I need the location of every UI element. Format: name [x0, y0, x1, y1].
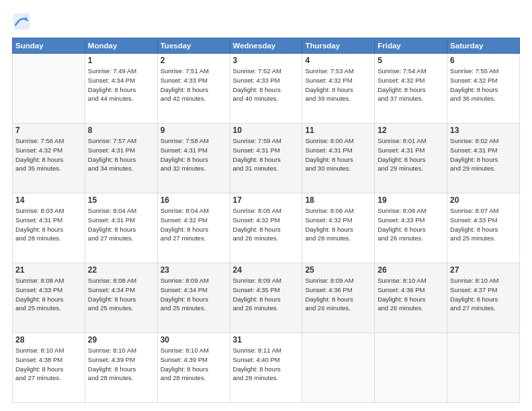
- day-info: Sunrise: 7:58 AM Sunset: 4:31 PM Dayligh…: [161, 136, 227, 173]
- day-info: Sunrise: 8:07 AM Sunset: 4:33 PM Dayligh…: [450, 206, 517, 243]
- day-number: 14: [15, 195, 82, 205]
- calendar-body: 1Sunrise: 7:49 AM Sunset: 4:34 PM Daylig…: [13, 54, 520, 403]
- day-number: 12: [378, 126, 444, 135]
- day-number: 31: [233, 335, 300, 345]
- day-number: 4: [305, 56, 371, 65]
- calendar-cell: 20Sunrise: 8:07 AM Sunset: 4:33 PM Dayli…: [447, 193, 520, 263]
- weekday-header-thursday: Thursday: [302, 38, 375, 54]
- day-number: 17: [233, 195, 300, 205]
- header: [12, 12, 520, 31]
- calendar-cell: 3Sunrise: 7:52 AM Sunset: 4:33 PM Daylig…: [230, 54, 302, 124]
- day-number: 8: [88, 126, 154, 135]
- calendar-cell: 26Sunrise: 8:10 AM Sunset: 4:36 PM Dayli…: [375, 263, 447, 333]
- day-number: 1: [88, 56, 154, 65]
- calendar-cell: 8Sunrise: 7:57 AM Sunset: 4:31 PM Daylig…: [85, 124, 157, 193]
- page: SundayMondayTuesdayWednesdayThursdayFrid…: [0, 0, 532, 411]
- calendar-week-row: 21Sunrise: 8:08 AM Sunset: 4:33 PM Dayli…: [13, 263, 520, 333]
- calendar-cell: 16Sunrise: 8:04 AM Sunset: 4:32 PM Dayli…: [157, 193, 230, 263]
- calendar-cell: 7Sunrise: 7:56 AM Sunset: 4:32 PM Daylig…: [13, 124, 85, 193]
- day-info: Sunrise: 8:10 AM Sunset: 4:37 PM Dayligh…: [450, 276, 517, 313]
- calendar-cell: 14Sunrise: 8:03 AM Sunset: 4:31 PM Dayli…: [13, 193, 85, 263]
- calendar-cell: 25Sunrise: 8:09 AM Sunset: 4:36 PM Dayli…: [302, 263, 375, 333]
- day-info: Sunrise: 8:09 AM Sunset: 4:35 PM Dayligh…: [233, 276, 300, 313]
- day-info: Sunrise: 7:55 AM Sunset: 4:32 PM Dayligh…: [450, 66, 517, 103]
- day-info: Sunrise: 8:02 AM Sunset: 4:31 PM Dayligh…: [450, 136, 517, 173]
- calendar-cell: 9Sunrise: 7:58 AM Sunset: 4:31 PM Daylig…: [157, 124, 230, 193]
- day-number: 13: [450, 126, 517, 135]
- weekday-header-friday: Friday: [375, 38, 447, 54]
- day-info: Sunrise: 7:53 AM Sunset: 4:32 PM Dayligh…: [305, 66, 371, 103]
- day-number: 23: [161, 265, 227, 275]
- day-info: Sunrise: 8:04 AM Sunset: 4:31 PM Dayligh…: [88, 206, 154, 243]
- calendar-cell: 27Sunrise: 8:10 AM Sunset: 4:37 PM Dayli…: [447, 263, 520, 333]
- calendar-cell: 11Sunrise: 8:00 AM Sunset: 4:31 PM Dayli…: [302, 124, 375, 193]
- day-info: Sunrise: 8:10 AM Sunset: 4:39 PM Dayligh…: [88, 346, 154, 383]
- day-info: Sunrise: 8:08 AM Sunset: 4:33 PM Dayligh…: [15, 276, 82, 313]
- day-number: 2: [161, 56, 227, 65]
- calendar-cell: 2Sunrise: 7:51 AM Sunset: 4:33 PM Daylig…: [157, 54, 230, 124]
- weekday-header-wednesday: Wednesday: [230, 38, 302, 54]
- day-number: 9: [161, 126, 227, 135]
- day-number: 30: [161, 335, 227, 345]
- day-number: 15: [88, 195, 154, 205]
- day-info: Sunrise: 8:03 AM Sunset: 4:31 PM Dayligh…: [15, 206, 82, 243]
- day-info: Sunrise: 8:06 AM Sunset: 4:32 PM Dayligh…: [305, 206, 371, 243]
- day-number: 19: [378, 195, 444, 205]
- day-info: Sunrise: 8:05 AM Sunset: 4:32 PM Dayligh…: [233, 206, 300, 243]
- day-number: 24: [233, 265, 300, 275]
- calendar-cell: 21Sunrise: 8:08 AM Sunset: 4:33 PM Dayli…: [13, 263, 85, 333]
- day-info: Sunrise: 8:00 AM Sunset: 4:31 PM Dayligh…: [305, 136, 371, 173]
- day-number: 27: [450, 265, 517, 275]
- calendar-cell: [13, 54, 85, 124]
- day-number: 25: [305, 265, 371, 275]
- calendar-cell: [302, 333, 375, 403]
- calendar-cell: 31Sunrise: 8:11 AM Sunset: 4:40 PM Dayli…: [230, 333, 302, 403]
- calendar-cell: 17Sunrise: 8:05 AM Sunset: 4:32 PM Dayli…: [230, 193, 302, 263]
- day-info: Sunrise: 7:52 AM Sunset: 4:33 PM Dayligh…: [233, 66, 300, 103]
- day-info: Sunrise: 8:09 AM Sunset: 4:34 PM Dayligh…: [161, 276, 227, 313]
- logo: [12, 12, 34, 31]
- calendar-cell: 6Sunrise: 7:55 AM Sunset: 4:32 PM Daylig…: [447, 54, 520, 124]
- day-info: Sunrise: 8:08 AM Sunset: 4:34 PM Dayligh…: [88, 276, 154, 313]
- day-number: 22: [88, 265, 154, 275]
- day-number: 11: [305, 126, 371, 135]
- day-info: Sunrise: 8:10 AM Sunset: 4:36 PM Dayligh…: [378, 276, 444, 313]
- day-number: 7: [15, 126, 82, 135]
- weekday-header-tuesday: Tuesday: [157, 38, 230, 54]
- calendar-week-row: 28Sunrise: 8:10 AM Sunset: 4:38 PM Dayli…: [13, 333, 520, 403]
- day-number: 16: [161, 195, 227, 205]
- day-number: 3: [233, 56, 300, 65]
- svg-rect-0: [13, 13, 30, 30]
- day-number: 21: [15, 265, 82, 275]
- calendar-cell: [375, 333, 447, 403]
- day-number: 10: [233, 126, 300, 135]
- weekday-header-row: SundayMondayTuesdayWednesdayThursdayFrid…: [13, 38, 520, 54]
- calendar-cell: 18Sunrise: 8:06 AM Sunset: 4:32 PM Dayli…: [302, 193, 375, 263]
- calendar-cell: [447, 333, 520, 403]
- calendar-cell: 5Sunrise: 7:54 AM Sunset: 4:32 PM Daylig…: [375, 54, 447, 124]
- weekday-header-sunday: Sunday: [13, 38, 85, 54]
- calendar-cell: 30Sunrise: 8:10 AM Sunset: 4:39 PM Dayli…: [157, 333, 230, 403]
- calendar-cell: 22Sunrise: 8:08 AM Sunset: 4:34 PM Dayli…: [85, 263, 157, 333]
- day-number: 20: [450, 195, 517, 205]
- day-info: Sunrise: 8:10 AM Sunset: 4:38 PM Dayligh…: [15, 346, 82, 383]
- calendar-cell: 12Sunrise: 8:01 AM Sunset: 4:31 PM Dayli…: [375, 124, 447, 193]
- day-info: Sunrise: 8:06 AM Sunset: 4:33 PM Dayligh…: [378, 206, 444, 243]
- calendar-cell: 19Sunrise: 8:06 AM Sunset: 4:33 PM Dayli…: [375, 193, 447, 263]
- day-info: Sunrise: 7:56 AM Sunset: 4:32 PM Dayligh…: [15, 136, 82, 173]
- calendar-cell: 13Sunrise: 8:02 AM Sunset: 4:31 PM Dayli…: [447, 124, 520, 193]
- day-info: Sunrise: 8:09 AM Sunset: 4:36 PM Dayligh…: [305, 276, 371, 313]
- calendar-week-row: 14Sunrise: 8:03 AM Sunset: 4:31 PM Dayli…: [13, 193, 520, 263]
- weekday-header-monday: Monday: [85, 38, 157, 54]
- day-info: Sunrise: 7:59 AM Sunset: 4:31 PM Dayligh…: [233, 136, 300, 173]
- calendar-cell: 4Sunrise: 7:53 AM Sunset: 4:32 PM Daylig…: [302, 54, 375, 124]
- calendar-cell: 29Sunrise: 8:10 AM Sunset: 4:39 PM Dayli…: [85, 333, 157, 403]
- day-number: 28: [15, 335, 82, 345]
- day-info: Sunrise: 7:51 AM Sunset: 4:33 PM Dayligh…: [161, 66, 227, 103]
- calendar-cell: 1Sunrise: 7:49 AM Sunset: 4:34 PM Daylig…: [85, 54, 157, 124]
- day-info: Sunrise: 7:54 AM Sunset: 4:32 PM Dayligh…: [378, 66, 444, 103]
- calendar-cell: 24Sunrise: 8:09 AM Sunset: 4:35 PM Dayli…: [230, 263, 302, 333]
- weekday-header-saturday: Saturday: [447, 38, 520, 54]
- calendar-table: SundayMondayTuesdayWednesdayThursdayFrid…: [12, 38, 520, 403]
- calendar-cell: 10Sunrise: 7:59 AM Sunset: 4:31 PM Dayli…: [230, 124, 302, 193]
